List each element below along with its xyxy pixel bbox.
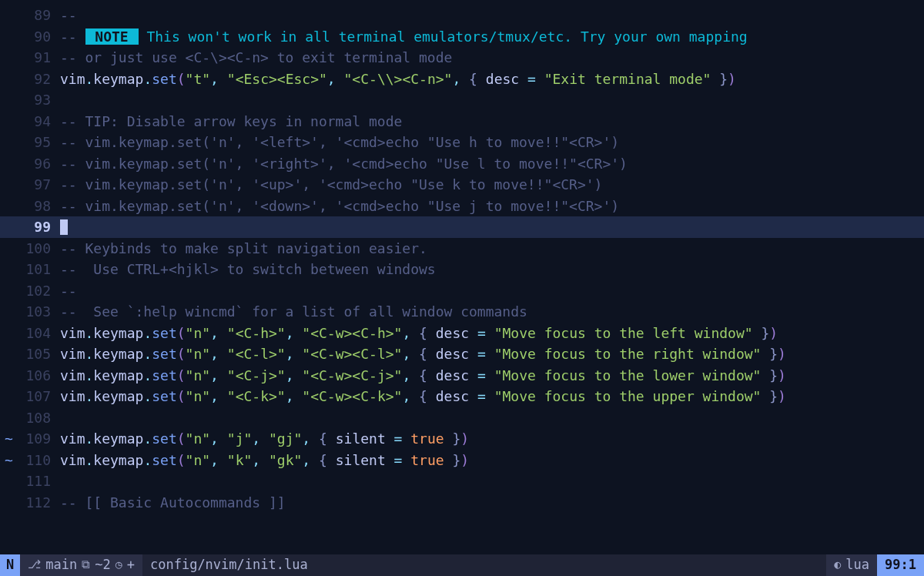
line-content[interactable]: -- Keybinds to make split navigation eas… <box>54 238 924 260</box>
token-punct: . <box>143 325 152 341</box>
statusline-file: config/nvim/init.lua <box>142 554 826 576</box>
line-content[interactable]: vim.keymap.set("n", "<C-j>", "<C-w><C-j>… <box>54 365 924 387</box>
code-line[interactable]: 89-- <box>0 5 924 26</box>
token-punct: . <box>85 346 94 362</box>
git-diff-count: ~2 <box>95 554 110 576</box>
code-line[interactable]: 91-- or just use <C-\><C-n> to exit term… <box>0 47 924 69</box>
token-punct: , <box>210 430 227 447</box>
token-punct: = <box>469 367 494 383</box>
token-paren: ) <box>460 430 469 447</box>
code-line[interactable]: 97-- vim.keymap.set('n', '<up>', '<cmd>e… <box>0 174 924 196</box>
token-cmt: -- or just use <C-\><C-n> to exit termin… <box>60 49 452 65</box>
code-line[interactable]: 90-- NOTE This won't work in all termina… <box>0 26 924 48</box>
token-str: "gk" <box>269 452 302 468</box>
line-number: 105 <box>15 343 54 365</box>
code-line[interactable]: 111 <box>0 471 924 492</box>
token-brace: } <box>444 452 461 468</box>
token-paren: ) <box>769 325 778 341</box>
token-ident: vim <box>60 71 85 87</box>
line-number: 93 <box>15 89 54 111</box>
line-number: 109 <box>15 428 54 450</box>
code-line[interactable]: ~109vim.keymap.set("n", "j", "gj", { sil… <box>0 428 924 450</box>
line-content[interactable]: vim.keymap.set("n", "j", "gj", { silent … <box>54 428 924 450</box>
token-punct: . <box>85 325 94 341</box>
git-diff-icon: ⧉ <box>82 554 90 576</box>
token-paren: ( <box>177 367 186 383</box>
code-area[interactable]: 89--90-- NOTE This won't work in all ter… <box>0 0 924 513</box>
token-str: "<C-w><C-k>" <box>302 388 402 404</box>
token-func: set <box>152 346 177 362</box>
token-punct: . <box>85 71 94 87</box>
token-punct: , <box>210 388 227 404</box>
code-line[interactable]: 101-- Use CTRL+<hjkl> to switch between … <box>0 259 924 280</box>
statusline-filetype: ◐ lua <box>826 554 877 576</box>
statusline-git: ⎇ main ⧉ ~2 ◷ + <box>20 554 142 576</box>
line-content[interactable]: -- vim.keymap.set('n', '<left>', '<cmd>e… <box>54 132 924 153</box>
token-cmt: -- See `:help wincmd` for a list of all … <box>60 303 527 320</box>
line-content[interactable]: -- or just use <C-\><C-n> to exit termin… <box>54 47 924 69</box>
token-cmt: -- Use CTRL+<hjkl> to switch between win… <box>60 261 436 277</box>
code-line[interactable]: 102-- <box>0 280 924 302</box>
token-punct: , <box>210 71 227 87</box>
code-line[interactable]: 100-- Keybinds to make split navigation … <box>0 238 924 260</box>
token-brace: { <box>419 325 436 341</box>
line-content[interactable] <box>54 216 924 238</box>
line-content[interactable]: -- Use CTRL+<hjkl> to switch between win… <box>54 259 924 280</box>
code-line[interactable]: 94-- TIP: Disable arrow keys in normal m… <box>0 111 924 132</box>
code-line[interactable]: 98-- vim.keymap.set('n', '<down>', '<cmd… <box>0 196 924 217</box>
token-cmt: -- vim.keymap.set('n', '<up>', '<cmd>ech… <box>60 176 602 193</box>
code-line[interactable]: 105vim.keymap.set("n", "<C-l>", "<C-w><C… <box>0 343 924 365</box>
token-func: set <box>152 430 177 447</box>
code-line[interactable]: 95-- vim.keymap.set('n', '<left>', '<cmd… <box>0 132 924 153</box>
code-line[interactable]: 107vim.keymap.set("n", "<C-k>", "<C-w><C… <box>0 386 924 407</box>
editor[interactable]: 89--90-- NOTE This won't work in all ter… <box>0 0 924 576</box>
token-cmt: -- Keybinds to make split navigation eas… <box>60 240 427 256</box>
token-paren: ( <box>177 71 186 87</box>
line-content[interactable]: -- vim.keymap.set('n', '<right>', '<cmd>… <box>54 153 924 175</box>
line-number: 97 <box>15 174 54 196</box>
token-paren: ) <box>778 367 786 383</box>
line-content[interactable]: vim.keymap.set("n", "<C-k>", "<C-w><C-k>… <box>54 386 924 407</box>
code-line[interactable]: 93 <box>0 89 924 111</box>
line-content[interactable]: -- TIP: Disable arrow keys in normal mod… <box>54 111 924 132</box>
token-str: "<C-l>" <box>227 346 286 362</box>
line-content[interactable]: -- vim.keymap.set('n', '<down>', '<cmd>e… <box>54 196 924 217</box>
line-number: 111 <box>15 471 54 492</box>
token-str: "n" <box>186 388 211 404</box>
code-line[interactable]: 92vim.keymap.set("t", "<Esc><Esc>", "<C-… <box>0 69 924 90</box>
token-paren: ( <box>177 325 186 341</box>
line-content[interactable]: -- <box>54 280 924 302</box>
token-str: "Move focus to the right window" <box>494 346 762 362</box>
token-str: "<C-w><C-l>" <box>302 346 402 362</box>
line-number: 94 <box>15 111 54 132</box>
code-line[interactable]: 108 <box>0 407 924 429</box>
token-ident: desc <box>436 325 469 341</box>
token-str: "<C-w><C-j>" <box>302 367 402 383</box>
code-line[interactable]: 106vim.keymap.set("n", "<C-j>", "<C-w><C… <box>0 365 924 387</box>
token-punct: , <box>252 452 269 468</box>
token-str: "gj" <box>269 430 302 447</box>
token-punct: = <box>469 346 494 362</box>
code-line[interactable]: ~110vim.keymap.set("n", "k", "gk", { sil… <box>0 450 924 471</box>
token-str: "<C-w><C-h>" <box>302 325 402 341</box>
code-line[interactable]: 103-- See `:help wincmd` for a list of a… <box>0 301 924 323</box>
code-line[interactable]: 96-- vim.keymap.set('n', '<right>', '<cm… <box>0 153 924 175</box>
code-line[interactable]: 99 <box>0 216 924 238</box>
line-content[interactable]: vim.keymap.set("t", "<Esc><Esc>", "<C-\\… <box>54 69 924 90</box>
line-content[interactable]: -- [[ Basic Autocommands ]] <box>54 492 924 514</box>
line-content[interactable]: -- See `:help wincmd` for a list of all … <box>54 301 924 323</box>
token-ident: desc <box>436 346 469 362</box>
line-content[interactable]: -- vim.keymap.set('n', '<up>', '<cmd>ech… <box>54 174 924 196</box>
token-brace: } <box>761 346 778 362</box>
token-punct: , <box>327 71 344 87</box>
code-line[interactable]: 112-- [[ Basic Autocommands ]] <box>0 492 924 514</box>
line-content[interactable]: vim.keymap.set("n", "k", "gk", { silent … <box>54 450 924 471</box>
line-content[interactable]: vim.keymap.set("n", "<C-h>", "<C-w><C-h>… <box>54 323 924 344</box>
token-punct: . <box>143 452 152 468</box>
line-content[interactable]: vim.keymap.set("n", "<C-l>", "<C-w><C-l>… <box>54 343 924 365</box>
token-punct: , <box>286 388 303 404</box>
code-line[interactable]: 104vim.keymap.set("n", "<C-h>", "<C-w><C… <box>0 323 924 344</box>
line-content[interactable]: -- <box>54 5 924 26</box>
token-paren: ) <box>728 71 736 87</box>
line-content[interactable]: -- NOTE This won't work in all terminal … <box>54 26 924 48</box>
